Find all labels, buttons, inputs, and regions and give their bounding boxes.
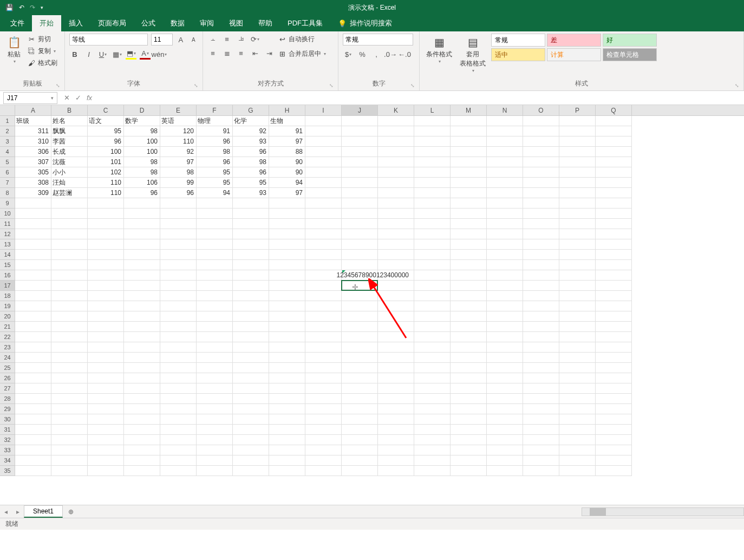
cell[interactable] [269,342,305,353]
cell[interactable] [305,147,342,157]
cell[interactable] [487,301,523,311]
cell[interactable] [233,239,269,250]
cell[interactable]: 306 [15,147,51,157]
row-header-2[interactable]: 2 [0,126,15,136]
row-header-26[interactable]: 26 [0,373,15,383]
cell[interactable] [233,414,269,425]
cell[interactable] [596,219,632,229]
cell[interactable] [342,394,378,404]
cell[interactable] [451,455,487,466]
row-header-13[interactable]: 13 [0,239,15,250]
cell[interactable] [305,281,342,291]
cell[interactable] [305,167,342,178]
cell[interactable] [233,332,269,342]
cell[interactable] [342,281,378,291]
cell[interactable] [559,394,596,404]
cell[interactable] [559,116,596,126]
cell[interactable] [88,414,124,425]
row-header-6[interactable]: 6 [0,167,15,178]
font-size-select[interactable] [151,34,173,45]
cell[interactable] [451,383,487,394]
cell[interactable] [15,270,51,281]
cell[interactable] [88,291,124,301]
row-header-31[interactable]: 31 [0,425,15,435]
cell[interactable] [160,301,197,311]
cell[interactable] [160,383,197,394]
cell[interactable] [378,332,414,342]
cell[interactable] [378,260,414,270]
cell[interactable] [269,414,305,425]
cell[interactable] [269,229,305,239]
fx-icon[interactable]: fx [87,94,92,102]
cell[interactable] [596,301,632,311]
cell[interactable] [414,311,451,322]
cell[interactable] [305,353,342,363]
cell[interactable]: 96 [233,167,269,178]
cell[interactable] [233,281,269,291]
cell[interactable]: 英语 [160,116,197,126]
style-bad[interactable]: 差 [547,34,601,47]
cell[interactable] [523,291,559,301]
decrease-font-icon[interactable]: A [189,34,199,45]
cell[interactable] [596,455,632,466]
cell[interactable] [414,404,451,414]
format-table-button[interactable]: ▤ 套用 表格格式▾ [458,34,488,74]
cell[interactable] [523,435,559,445]
cell[interactable] [342,136,378,147]
cell[interactable] [51,414,88,425]
cell[interactable] [487,188,523,198]
cell[interactable] [269,363,305,373]
cell[interactable] [15,342,51,353]
cell[interactable] [197,219,233,229]
cell[interactable] [233,466,269,476]
cell[interactable] [269,394,305,404]
cell[interactable] [269,435,305,445]
cell[interactable] [160,404,197,414]
cell[interactable] [124,466,160,476]
col-header-d[interactable]: D [124,105,160,115]
cell[interactable] [269,260,305,270]
cell[interactable] [559,239,596,250]
cell[interactable] [160,260,197,270]
cell[interactable] [160,322,197,332]
cell[interactable] [305,425,342,435]
cell[interactable]: 94 [197,188,233,198]
cell[interactable] [88,404,124,414]
cell[interactable]: 92 [160,147,197,157]
cell[interactable] [487,116,523,126]
cell[interactable] [414,198,451,209]
cell[interactable] [487,239,523,250]
cell[interactable] [487,322,523,332]
cell[interactable] [596,373,632,383]
cell[interactable] [487,219,523,229]
cell[interactable] [596,188,632,198]
cell[interactable] [487,281,523,291]
cell[interactable] [596,281,632,291]
cell[interactable] [233,342,269,353]
cell[interactable] [414,425,451,435]
cell[interactable] [305,322,342,332]
cell[interactable] [378,281,414,291]
cell[interactable] [88,394,124,404]
cell[interactable] [15,373,51,383]
cell[interactable] [559,157,596,167]
cell[interactable] [559,435,596,445]
tab-help[interactable]: 帮助 [251,15,280,31]
cell[interactable] [378,322,414,332]
cell[interactable] [160,363,197,373]
cell[interactable] [305,178,342,188]
cell[interactable] [523,394,559,404]
cell[interactable] [305,394,342,404]
tab-pdf[interactable]: PDF工具集 [280,15,330,31]
cell[interactable] [596,198,632,209]
cell[interactable] [15,425,51,435]
cell[interactable] [378,311,414,322]
cell[interactable] [197,373,233,383]
accept-formula-icon[interactable]: ✓ [75,94,81,102]
cell[interactable] [559,147,596,157]
cell[interactable] [378,466,414,476]
cell[interactable] [124,239,160,250]
cell[interactable] [342,116,378,126]
cell[interactable] [487,373,523,383]
col-header-e[interactable]: E [160,105,197,115]
